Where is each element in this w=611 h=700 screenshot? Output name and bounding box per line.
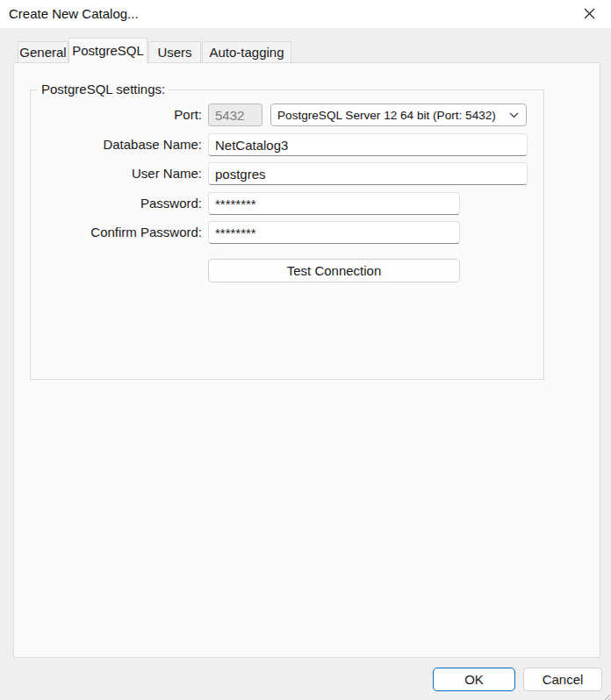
tab-postgresql-label: PostgreSQL: [72, 43, 144, 58]
tab-users[interactable]: Users: [148, 41, 201, 62]
tab-auto-tagging-label: Auto-tagging: [209, 45, 284, 60]
tab-general[interactable]: General: [18, 41, 68, 62]
database-name-label: Database Name:: [14, 133, 202, 156]
cancel-button[interactable]: Cancel: [523, 668, 602, 691]
database-name-input[interactable]: [208, 133, 528, 156]
postgresql-settings-group-label: PostgreSQL settings:: [38, 82, 169, 96]
password-label: Password:: [14, 192, 202, 215]
user-name-label: User Name:: [14, 162, 202, 185]
create-new-catalog-dialog: Create New Catalog... General PostgreSQL…: [0, 0, 611, 700]
port-label: Port:: [14, 104, 202, 126]
postgresql-tab-page: PostgreSQL settings: Port: PostgreSQL Se…: [13, 62, 600, 658]
title-bar: Create New Catalog...: [0, 0, 611, 28]
chevron-down-icon: [509, 112, 519, 118]
confirm-password-input[interactable]: [208, 221, 460, 244]
resize-grip[interactable]: [600, 689, 611, 700]
port-input: [208, 104, 262, 126]
tab-postgresql[interactable]: PostgreSQL: [68, 38, 147, 63]
server-version-dropdown[interactable]: PostgreSQL Server 12 64 bit (Port: 5432): [270, 104, 527, 126]
close-button[interactable]: [569, 0, 609, 26]
tab-users-label: Users: [157, 45, 191, 60]
ok-button[interactable]: OK: [433, 668, 515, 691]
tab-auto-tagging[interactable]: Auto-tagging: [202, 41, 291, 62]
password-input[interactable]: [208, 192, 460, 215]
close-icon: [584, 8, 595, 19]
tab-general-label: General: [19, 45, 66, 60]
dialog-title: Create New Catalog...: [9, 0, 139, 28]
user-name-input[interactable]: [208, 162, 528, 185]
confirm-password-label: Confirm Password:: [14, 221, 202, 244]
server-version-value: PostgreSQL Server 12 64 bit (Port: 5432): [277, 109, 506, 122]
test-connection-button[interactable]: Test Connection: [208, 259, 460, 282]
